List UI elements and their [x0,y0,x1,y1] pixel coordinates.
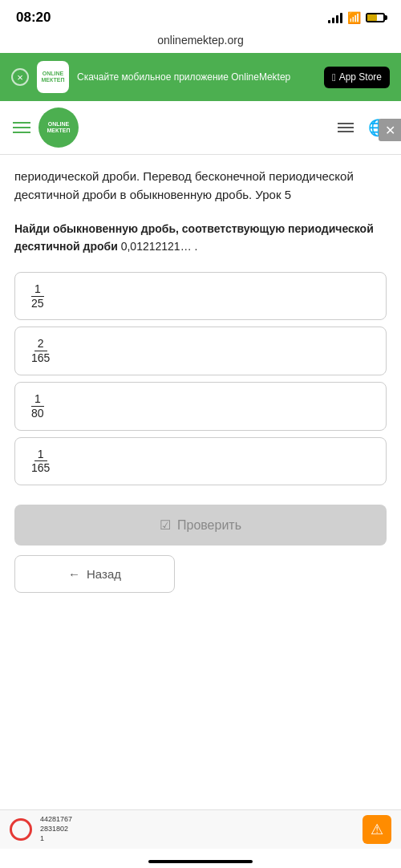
appstore-label: App Store [339,71,382,83]
status-time: 08:20 [16,10,51,26]
menu-line-2 [13,127,30,128]
denominator-1: 25 [28,297,47,310]
numerator-2: 2 [34,337,47,351]
numerator-1: 1 [31,282,44,297]
check-button[interactable]: ☑ Проверить [14,505,387,546]
url-text: onlinemektep.org [157,34,243,47]
apple-icon:  [332,71,336,83]
list-icon-button[interactable] [338,123,354,132]
status-bar: 08:20 📶 [0,0,401,30]
option-1[interactable]: 1 25 [14,272,387,321]
check-icon: ☑ [160,517,171,533]
debug-number: 44281767 2831802 1 [40,815,72,843]
option-4[interactable]: 1 165 [14,437,387,486]
main-content: периодической дроби. Перевод бесконечной… [0,155,401,606]
appstore-button[interactable]:  App Store [324,67,390,88]
denominator-3: 80 [28,407,47,420]
hamburger-menu-button[interactable] [13,122,30,133]
denominator-4: 165 [28,461,53,475]
fraction-3: 1 80 [28,392,47,420]
check-label: Проверить [177,518,241,533]
back-button[interactable]: ← Назад [14,555,175,593]
home-indicator [148,860,253,863]
option-3[interactable]: 1 80 [14,382,387,431]
debug-circle [10,818,32,841]
options-list: 1 25 2 165 1 80 1 165 [14,272,387,485]
numerator-3: 1 [31,392,44,407]
fraction-2: 2 165 [28,337,53,365]
nav-bar: ONLINEМЕКТЕП 🌐 [0,101,401,155]
back-label: Назад [87,567,121,581]
url-bar: onlinemektep.org [0,30,401,53]
question-block: Найди обыкновенную дробь, соответствующу… [14,220,387,256]
banner-text: Скачайте мобильное приложение OnlineMekt… [77,71,316,84]
battery-icon [366,13,385,22]
menu-line-3 [13,132,30,133]
close-banner-x-button[interactable]: ✕ [379,119,401,141]
nav-logo: ONLINEМЕКТЕП [38,107,79,148]
back-arrow-icon: ← [68,567,80,581]
status-icons: 📶 [328,11,385,24]
numerator-4: 1 [34,448,47,462]
menu-line-1 [13,122,30,124]
decimal-value: 0,01212121… . [121,240,198,253]
lesson-title: периодической дроби. Перевод бесконечной… [14,168,387,204]
debug-num-bottom: 2831802 [40,825,72,834]
warning-icon[interactable]: ⚠ [363,815,391,844]
question-text: Найди обыкновенную дробь, соответствующу… [14,220,387,256]
banner-close-button[interactable]: × [11,68,29,86]
app-banner: × ONLINEМЕКТЕП Скачайте мобильное прилож… [0,53,401,101]
debug-bar: 44281767 2831802 1 ⚠ [0,809,401,849]
fraction-4: 1 165 [28,448,53,476]
signal-icon [328,12,342,23]
debug-index: 1 [40,834,72,844]
banner-logo: ONLINEМЕКТЕП [37,61,69,93]
option-2[interactable]: 2 165 [14,327,387,375]
fraction-1: 1 25 [28,282,47,310]
wifi-icon: 📶 [347,11,361,24]
denominator-2: 165 [28,351,53,365]
debug-num-top: 44281767 [40,815,72,825]
